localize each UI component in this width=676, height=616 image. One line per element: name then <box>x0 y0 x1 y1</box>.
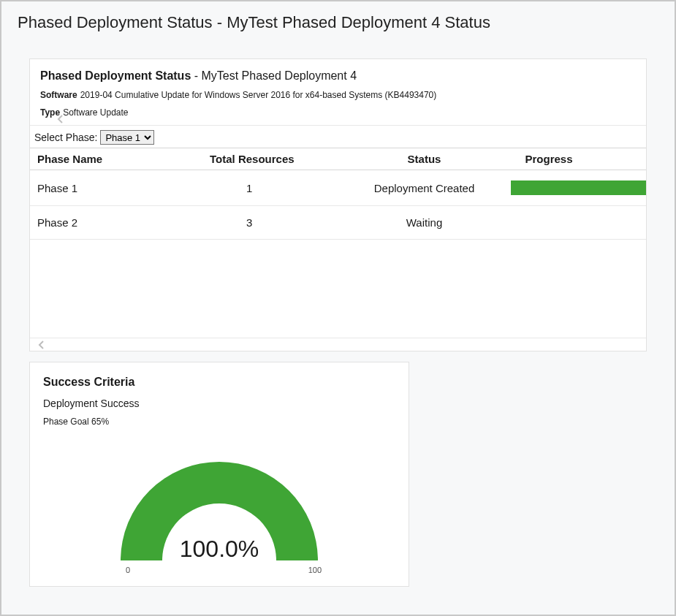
criteria-title: Success Criteria <box>43 376 395 389</box>
phase-select-label: Select Phase: <box>34 132 97 143</box>
status-panel: Phased Deployment Status - MyTest Phased… <box>29 58 647 351</box>
horizontal-scrollbar[interactable] <box>30 338 646 351</box>
panel-header: Phased Deployment Status - MyTest Phased… <box>30 59 646 126</box>
cell-status: Waiting <box>338 206 510 240</box>
panel-title-strong: Phased Deployment Status <box>40 69 191 82</box>
th-progress[interactable]: Progress <box>511 148 646 170</box>
gauge-tick-min: 0 <box>126 566 130 574</box>
table-header-row: Phase Name Total Resources Status Progre… <box>30 148 646 170</box>
phase-goal-label: Phase Goal 65% <box>43 417 395 427</box>
criteria-subtitle: Deployment Success <box>43 398 395 409</box>
panel-title: Phased Deployment Status - MyTest Phased… <box>40 69 636 83</box>
th-status[interactable]: Status <box>338 148 510 170</box>
cell-phase-name: Phase 2 <box>30 206 202 240</box>
panel-title-rest: MyTest Phased Deployment 4 <box>202 69 357 82</box>
phase-table: Phase Name Total Resources Status Progre… <box>30 148 646 240</box>
gauge-chart: 100.0% 0 100 <box>95 433 343 579</box>
th-phase-name[interactable]: Phase Name <box>30 148 202 170</box>
chevron-left-icon[interactable] <box>37 340 46 351</box>
cell-progress <box>511 170 646 206</box>
software-value: 2019-04 Cumulative Update for Windows Se… <box>80 90 437 100</box>
software-meta: Software2019-04 Cumulative Update for Wi… <box>40 90 636 100</box>
cell-progress <box>511 206 646 240</box>
panel-title-sep: - <box>191 69 201 82</box>
table-row[interactable]: Phase 23Waiting <box>30 206 646 240</box>
gauge-value-label: 100.0% <box>95 536 343 563</box>
page-title: Phased Deployment Status - MyTest Phased… <box>1 1 675 38</box>
th-total-resources[interactable]: Total Resources <box>202 148 338 170</box>
phase-table-area: Phase Name Total Resources Status Progre… <box>30 148 646 338</box>
gauge-tick-max: 100 <box>308 566 322 574</box>
cell-phase-name: Phase 1 <box>30 170 202 206</box>
phase-select-row: Select Phase: Phase 1 <box>30 126 646 148</box>
chevron-left-icon <box>56 115 64 122</box>
type-meta: TypeSoftware Update <box>40 107 636 118</box>
cell-total-resources: 3 <box>202 206 338 240</box>
table-row[interactable]: Phase 11Deployment Created <box>30 170 646 206</box>
cell-status: Deployment Created <box>338 170 510 206</box>
type-value: Software Update <box>63 107 128 118</box>
phase-select[interactable]: Phase 1 <box>100 130 154 145</box>
software-label: Software <box>40 90 77 100</box>
progress-bar <box>511 180 646 195</box>
success-criteria-panel: Success Criteria Deployment Success Phas… <box>29 362 409 587</box>
cell-total-resources: 1 <box>202 170 338 206</box>
